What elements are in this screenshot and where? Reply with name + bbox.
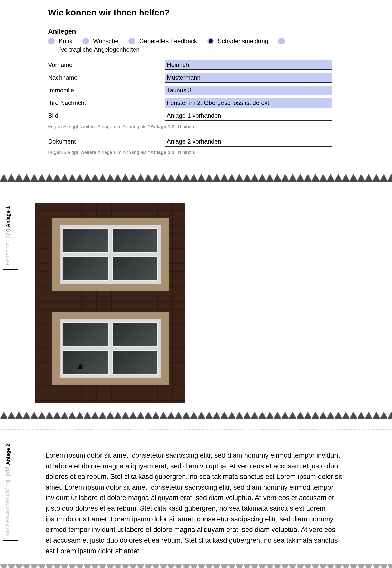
- nachricht-input[interactable]: Fenster im 2. Obergeschoss ist defekt.: [165, 98, 332, 108]
- page-tear-icon: [0, 564, 392, 568]
- anlage-1-filename: Fenster.jpg: [5, 229, 11, 265]
- radio-generelles[interactable]: Generelles Feedback: [128, 38, 197, 45]
- svg-marker-3: [78, 364, 83, 369]
- anliegen-radio-group: Kritik Wünsche Generelles Feedback Schad…: [48, 38, 322, 55]
- svg-rect-4: [0, 411, 392, 419]
- svg-rect-5: [0, 564, 392, 568]
- radio-vertrag[interactable]: Vertragliche Angelegenheiten: [60, 46, 139, 53]
- radio-icon: [128, 38, 135, 44]
- immobilie-label: Immobilie: [48, 86, 165, 94]
- anlage-2-filename: Kostenvoranschlag.pdf: [5, 466, 11, 537]
- dokument-input[interactable]: Anlage 2 vorhanden.: [165, 137, 332, 147]
- window-bottom: [52, 312, 169, 385]
- anlage-2-section: Kostenvoranschlag.pdf Anlage 2 Lorem ips…: [0, 433, 392, 564]
- nachricht-label: Ihre Nachricht: [48, 98, 165, 106]
- dokument-hint: Fügen Sie ggf. weitere Anlagen im Anhang…: [48, 150, 392, 155]
- radio-label: Generelles Feedback: [139, 38, 197, 45]
- anlage-2-title: Anlage 2: [5, 444, 11, 465]
- svg-rect-2: [0, 173, 392, 182]
- radio-icon-selected: [207, 38, 214, 44]
- radio-kritik[interactable]: Kritik: [48, 38, 72, 45]
- anlage-1-tab: Fenster.jpg Anlage 1: [3, 203, 18, 270]
- vorname-input[interactable]: Heinrich: [165, 60, 332, 70]
- anlage-2-body: Lorem ipsum dolor sit amet, consetetur s…: [35, 440, 342, 556]
- anlage-1-title: Anlage 1: [5, 206, 11, 227]
- bild-label: Bild: [48, 111, 165, 119]
- anlage-1-image: [35, 203, 185, 403]
- radio-vertrag-dot[interactable]: [278, 38, 289, 44]
- dokument-label: Dokument: [48, 137, 165, 145]
- radio-icon: [48, 38, 55, 44]
- anlage-2-tab: Kostenvoranschlag.pdf Anlage 2: [3, 440, 18, 541]
- bild-input[interactable]: Anlage 1 vorhanden.: [165, 111, 332, 121]
- radio-icon: [82, 38, 89, 44]
- immobilie-input[interactable]: Taunus 3: [165, 86, 332, 95]
- anliegen-label: Anliegen: [48, 28, 392, 36]
- nachname-label: Nachname: [48, 73, 165, 81]
- radio-wuensche[interactable]: Wünsche: [82, 38, 118, 45]
- radio-schadensmeldung[interactable]: Schadensmeldung: [207, 38, 268, 45]
- radio-label: Kritik: [59, 38, 72, 45]
- anlage-1-section: Fenster.jpg Anlage 1: [0, 195, 392, 411]
- page-title: Wie können wir Ihnen helfen?: [48, 8, 392, 17]
- page-divider-dotted: [0, 429, 392, 430]
- page-tear-icon: [0, 173, 392, 182]
- radio-icon: [278, 38, 285, 44]
- page-tear-icon: [0, 411, 392, 419]
- contact-form: Wie können wir Ihnen helfen? Anliegen Kr…: [0, 0, 392, 173]
- page-divider-dotted: [0, 192, 392, 192]
- radio-label: Vertragliche Angelegenheiten: [60, 46, 139, 53]
- broken-glass-icon: [77, 362, 84, 370]
- window-top: [52, 218, 169, 291]
- nachname-input[interactable]: Mustermann: [165, 73, 332, 83]
- bild-hint: Fügen Sie ggf. weitere Anlagen im Anhang…: [48, 124, 392, 129]
- radio-label: Schadensmeldung: [218, 38, 268, 45]
- vorname-label: Vorname: [48, 60, 165, 68]
- radio-label: Wünsche: [93, 38, 118, 45]
